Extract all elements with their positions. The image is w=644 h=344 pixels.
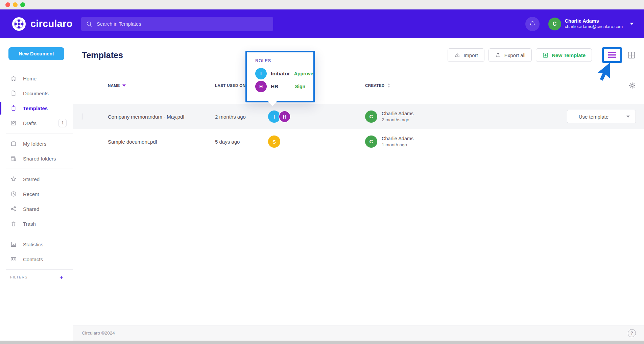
help-button[interactable]: ?	[628, 329, 636, 337]
template-list: Company memorandum - May.pdf 2 months ag…	[73, 104, 644, 154]
created-by: C Charlie Adams 2 months ago	[365, 110, 480, 123]
roles-popup: ROLES I Initiator Approve H HR Sign	[245, 51, 315, 102]
drafts-count-badge: 1	[58, 119, 67, 127]
sidebar-item-label: Home	[23, 76, 37, 81]
name-header-label: NAME	[108, 83, 120, 88]
sort-icon	[387, 83, 390, 88]
search-box[interactable]	[81, 17, 273, 31]
creator-avatar: C	[365, 110, 377, 123]
plus-square-icon	[542, 52, 549, 58]
use-template-button[interactable]: Use template	[567, 110, 620, 123]
sort-desc-icon	[122, 84, 126, 87]
import-button[interactable]: Import	[448, 48, 484, 62]
role-action: Sign	[295, 84, 305, 89]
sidebar-item-label: Trash	[23, 221, 36, 227]
sidebar-item-home[interactable]: Home	[0, 71, 73, 86]
table-row[interactable]: Company memorandum - May.pdf 2 months ag…	[73, 104, 644, 129]
trash-icon	[10, 220, 17, 227]
template-last-used: 5 days ago	[215, 139, 268, 145]
sidebar-divider	[6, 234, 73, 234]
sidebar-item-label: Statistics	[23, 242, 43, 247]
list-view-toggle[interactable]	[602, 47, 622, 63]
contacts-icon	[10, 256, 17, 263]
brand-name: circularo	[30, 18, 72, 29]
sidebar-item-my-folders[interactable]: My folders	[0, 136, 73, 151]
created-by: C Charlie Adams 1 month ago	[365, 136, 480, 148]
new-document-button[interactable]: New Document	[8, 47, 64, 60]
draft-icon	[10, 120, 17, 126]
copyright-text: Circularo ©2024	[82, 330, 115, 336]
user-menu[interactable]: C Charlie Adams charlie.adams@circularo.…	[548, 18, 634, 30]
page-title: Templates	[82, 50, 123, 60]
role-row-hr: H HR Sign	[255, 81, 305, 92]
list-view-icon	[607, 51, 617, 59]
add-filter-button[interactable]: +	[59, 274, 63, 280]
sidebar-item-label: Documents	[23, 91, 49, 96]
sidebar-item-drafts[interactable]: Drafts 1	[0, 116, 73, 130]
role-name: Initiator	[271, 71, 290, 77]
column-header-created[interactable]: CREATED	[365, 83, 480, 88]
column-settings-gear-icon[interactable]	[628, 82, 636, 89]
sidebar-item-label: Templates	[23, 105, 48, 111]
sidebar-item-starred[interactable]: Starred	[0, 172, 73, 187]
notifications-button[interactable]	[525, 17, 540, 31]
window-bottom-edge	[0, 341, 644, 344]
search-input[interactable]	[97, 21, 268, 27]
user-name: Charlie Adams	[565, 18, 623, 24]
sidebar-item-trash[interactable]: Trash	[0, 216, 73, 231]
table-header: NAME LAST USED ON CREATED	[73, 82, 644, 89]
use-template-dropdown-button[interactable]	[620, 110, 636, 123]
user-email: charlie.adams@circularo.com	[565, 24, 623, 29]
shared-folder-icon	[10, 155, 17, 162]
zoom-window-button[interactable]	[20, 2, 25, 7]
role-avatar-signer: S	[268, 136, 280, 148]
user-avatar: C	[548, 18, 561, 30]
home-icon	[10, 75, 17, 82]
sidebar-item-recent[interactable]: Recent	[0, 187, 73, 201]
created-time: 1 month ago	[382, 142, 413, 148]
user-info: Charlie Adams charlie.adams@circularo.co…	[565, 18, 623, 29]
created-header-label: CREATED	[365, 83, 385, 88]
role-name: HR	[271, 83, 278, 90]
bell-icon	[529, 20, 536, 28]
page-head: Templates Import Export all New Template	[73, 38, 644, 63]
sidebar-item-label: Drafts	[23, 120, 37, 126]
app-logo[interactable]: circularo	[12, 17, 72, 31]
close-window-button[interactable]	[5, 2, 10, 7]
roles-popup-title: ROLES	[255, 58, 305, 63]
export-all-button[interactable]: Export all	[488, 48, 532, 62]
statistics-icon	[10, 241, 17, 248]
new-template-button[interactable]: New Template	[536, 48, 592, 62]
sidebar-item-label: Shared	[23, 206, 39, 212]
sidebar-item-contacts[interactable]: Contacts	[0, 252, 73, 267]
export-icon	[495, 52, 501, 58]
window-titlebar	[0, 0, 644, 9]
creator-name: Charlie Adams	[382, 136, 413, 142]
sidebar-item-statistics[interactable]: Statistics	[0, 237, 73, 252]
template-icon	[10, 105, 17, 112]
sidebar-item-shared-folders[interactable]: Shared folders	[0, 151, 73, 166]
sidebar-item-label: Shared folders	[23, 156, 56, 162]
row-checkbox[interactable]	[82, 113, 82, 120]
table-row[interactable]: Sample document.pdf 5 days ago S C Charl…	[73, 129, 644, 154]
sidebar-item-label: My folders	[23, 141, 46, 147]
sidebar-divider	[6, 133, 73, 133]
page-actions: Import Export all New Template	[448, 47, 636, 63]
circularo-logo-icon	[12, 17, 26, 31]
role-action: Approve	[294, 71, 313, 76]
header-right: C Charlie Adams charlie.adams@circularo.…	[525, 17, 634, 31]
sidebar-item-documents[interactable]: Documents	[0, 86, 73, 101]
search-icon	[86, 21, 93, 27]
role-avatar-hr: H	[279, 110, 291, 123]
grid-view-toggle[interactable]	[627, 51, 636, 59]
column-header-name[interactable]: NAME	[103, 83, 215, 88]
sidebar-divider	[6, 269, 73, 270]
sidebar-item-shared[interactable]: Shared	[0, 201, 73, 216]
role-avatar-initiator: I	[255, 68, 267, 79]
filters-label: FILTERS	[10, 275, 27, 279]
sidebar-item-templates[interactable]: Templates	[0, 101, 73, 116]
minimize-window-button[interactable]	[13, 2, 18, 7]
role-avatars: S	[268, 136, 365, 148]
template-last-used: 2 months ago	[215, 114, 268, 120]
role-avatars: I H	[268, 110, 365, 123]
